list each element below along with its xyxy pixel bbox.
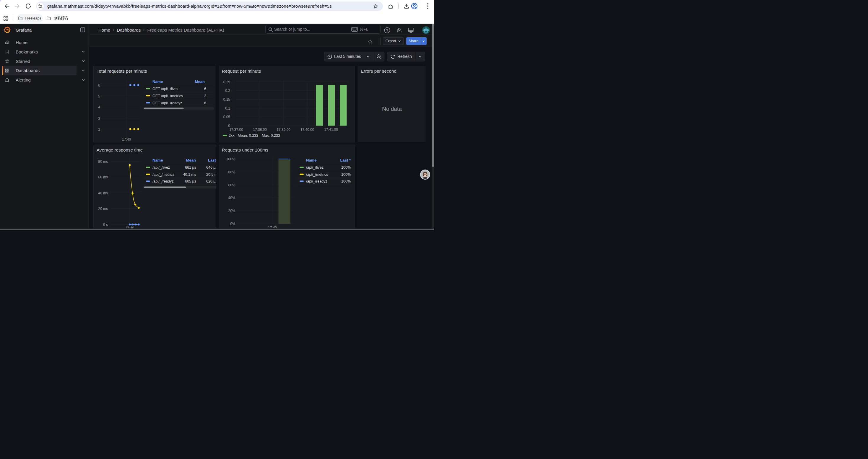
svg-text:GET /api/_/readyz: GET /api/_/readyz	[152, 101, 182, 105]
svg-text:0.05: 0.05	[223, 115, 230, 119]
svg-text:GET /api/_/livez: GET /api/_/livez	[152, 87, 179, 91]
svg-text:Mean: Mean	[195, 79, 205, 84]
svg-text:/api/_/metrics: /api/_/metrics	[306, 172, 328, 177]
svg-text:Last *: Last *	[340, 158, 351, 162]
svg-text:Last *: Last *	[208, 158, 216, 162]
svg-text:4: 4	[98, 105, 100, 109]
svg-text:0.2: 0.2	[225, 89, 230, 93]
svg-text:6: 6	[204, 87, 206, 91]
svg-text:17:37:00: 17:37:00	[229, 128, 243, 132]
svg-text:/api/_/livez: /api/_/livez	[306, 165, 323, 169]
svg-text:100%: 100%	[341, 165, 351, 169]
svg-text:620 µs: 620 µs	[206, 179, 216, 184]
svg-text:5: 5	[98, 94, 100, 98]
svg-text:20 ms: 20 ms	[98, 207, 108, 211]
svg-text:/api/_/metrics: /api/_/metrics	[152, 172, 174, 177]
svg-text:/api/_/livez: /api/_/livez	[152, 165, 170, 169]
svg-text:6: 6	[98, 83, 100, 88]
svg-text:Max: 0.233: Max: 0.233	[262, 133, 280, 138]
svg-text:60%: 60%	[228, 183, 235, 187]
svg-text:0.1: 0.1	[225, 106, 230, 110]
svg-text:GET /api/_/metrics: GET /api/_/metrics	[152, 94, 183, 98]
svg-text:0%: 0%	[230, 222, 236, 226]
svg-text:40.1 ms: 40.1 ms	[183, 172, 196, 177]
svg-text:/api/_/readyz: /api/_/readyz	[306, 179, 327, 184]
svg-text:20%: 20%	[228, 209, 235, 213]
svg-text:17:39:00: 17:39:00	[277, 128, 290, 132]
svg-text:17:40: 17:40	[125, 226, 134, 229]
svg-text:646 µs: 646 µs	[206, 165, 216, 169]
svg-text:40 ms: 40 ms	[98, 191, 108, 195]
svg-text:100%: 100%	[226, 157, 236, 161]
svg-text:80%: 80%	[228, 170, 235, 174]
svg-text:661 µs: 661 µs	[185, 165, 196, 169]
svg-text:2xx: 2xx	[229, 133, 235, 138]
svg-text:Name: Name	[152, 158, 163, 162]
svg-text:17:41:00: 17:41:00	[324, 128, 338, 132]
svg-text:17:38:00: 17:38:00	[253, 128, 267, 132]
svg-text:605 µs: 605 µs	[185, 179, 196, 184]
svg-text:0.15: 0.15	[223, 97, 230, 102]
svg-text:2: 2	[204, 94, 206, 98]
svg-text:0.25: 0.25	[223, 80, 230, 84]
svg-text:Mean: Mean	[186, 158, 196, 162]
svg-text:6: 6	[204, 101, 206, 105]
svg-text:?: ?	[386, 28, 388, 32]
svg-text:100%: 100%	[341, 172, 351, 177]
svg-text:Name: Name	[306, 158, 316, 162]
svg-text:17:40: 17:40	[122, 137, 131, 141]
svg-text:2: 2	[98, 127, 100, 131]
svg-text:100%: 100%	[341, 179, 351, 184]
svg-text:Name: Name	[152, 79, 163, 84]
svg-text:20.5 ms: 20.5 ms	[206, 172, 216, 177]
svg-text:/api/_/readyz: /api/_/readyz	[152, 179, 174, 184]
svg-text:40%: 40%	[228, 196, 235, 200]
svg-text:80 ms: 80 ms	[98, 160, 108, 164]
svg-text:17:40:00: 17:40:00	[301, 128, 314, 132]
svg-text:3: 3	[98, 117, 100, 121]
svg-text:0 s: 0 s	[103, 223, 108, 227]
svg-text:60 ms: 60 ms	[98, 175, 108, 179]
svg-text:Mean: 0.233: Mean: 0.233	[238, 133, 258, 138]
svg-text:17:40: 17:40	[268, 226, 277, 228]
